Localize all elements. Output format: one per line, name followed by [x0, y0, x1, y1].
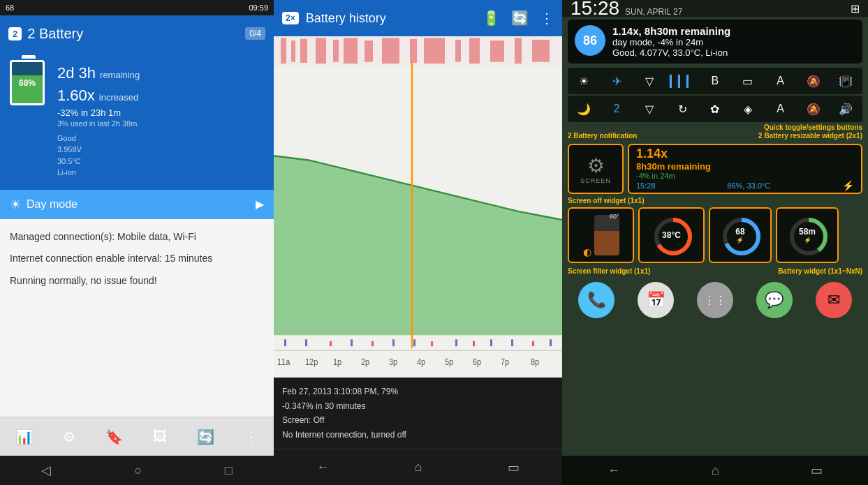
auto-icon[interactable]: A — [770, 71, 792, 91]
svg-rect-7 — [365, 40, 373, 62]
svg-rect-30 — [550, 339, 552, 346]
filter-pct: 60° — [610, 213, 619, 220]
p2-refresh-icon[interactable]: 🔄 — [511, 10, 529, 27]
sync-icon[interactable]: ↻ — [671, 99, 693, 119]
battery-2x1-widget[interactable]: 1.14x 8h30m remaining -4% in 24m 15:28 8… — [628, 144, 862, 194]
toggle-row-1: ☀ ✈ ▽ ▎▎▎ B ▭ A 🔕 📳 — [568, 68, 862, 94]
p3-label-row2: 2 Battery notification 2 Battery resizab… — [568, 132, 862, 140]
w2x1-multiplier: 1.14x — [636, 147, 854, 161]
phone-filter-visual: ◐ 60° — [583, 213, 619, 258]
p3-status-icons: ⊞ — [851, 2, 860, 15]
p2-overflow-icon[interactable]: ⋮ — [540, 10, 554, 27]
time-remaining-widget[interactable]: 58m ⚡ — [776, 207, 839, 263]
svg-rect-8 — [382, 38, 399, 64]
bt2-icon[interactable]: ✿ — [704, 99, 726, 119]
phone-app-icon[interactable]: 📞 — [578, 282, 615, 318]
screen-label: SCREEN — [580, 177, 611, 184]
svg-text:12p: 12p — [305, 357, 318, 367]
svg-rect-5 — [333, 40, 339, 62]
mute2-icon[interactable]: 🔕 — [802, 99, 825, 119]
phone-icon: 📞 — [587, 291, 606, 309]
screen-off-widget[interactable]: ⚙ SCREEN — [568, 144, 624, 194]
screen-filter-icon[interactable]: 🌙 — [573, 99, 595, 119]
p2-chart-area: 11a 12p 1p 2p 3p 4p 5p 6p 7p 8p — [274, 36, 562, 378]
vibrate-icon[interactable]: 📳 — [834, 71, 857, 91]
grid-icon: ⊞ — [851, 2, 860, 15]
p3-widget-labels-row1: Screen off widget (1x1) — [568, 197, 862, 204]
p2-home-button[interactable]: ⌂ — [415, 460, 422, 475]
p3-recents-button[interactable]: ▭ — [811, 463, 823, 478]
screen-gear-icon: ⚙ — [587, 154, 605, 177]
wifi-icon[interactable]: ▽ — [638, 71, 661, 91]
temp-widget[interactable]: 38°C — [638, 207, 705, 263]
volume-icon[interactable]: 🔊 — [834, 99, 857, 119]
p2-back-button[interactable]: ← — [316, 460, 329, 475]
bluetooth-icon[interactable]: B — [704, 71, 726, 91]
svg-text:2p: 2p — [361, 357, 369, 367]
p3-back-button[interactable]: ← — [608, 463, 620, 478]
battery2-icon[interactable]: 2 — [605, 99, 628, 119]
p2-info-line2: -0.347% in 30 minutes — [282, 399, 554, 413]
battery-percentage: 68% — [19, 78, 36, 88]
svg-rect-15 — [532, 40, 550, 62]
filter-widget-label: Screen filter widget (1x1) — [568, 267, 707, 275]
p1-battery-section: 68% 2d 3h remaining 1.60x increased -32%… — [0, 52, 274, 190]
mute-icon[interactable]: 🔕 — [802, 71, 825, 91]
p3-notif-text: 1.14x, 8h30m remaining day mode, -4% in … — [612, 25, 730, 58]
p3-home-button[interactable]: ⌂ — [712, 463, 719, 478]
svg-text:8p: 8p — [531, 357, 539, 367]
phone-icon[interactable]: ▭ — [737, 71, 759, 91]
p3-notif-line2: Good, 4.077V, 33.0°C, Li-ion — [612, 47, 730, 58]
svg-rect-24 — [431, 341, 433, 346]
p2-toolbar: 2× Battery history 🔋 🔄 ⋮ — [274, 0, 562, 36]
p3-notif-title: 1.14x, 8h30m remaining — [612, 25, 730, 37]
toggle-row-2: 🌙 2 ▽ ↻ ✿ ◈ A 🔕 🔊 — [568, 96, 862, 122]
svg-rect-9 — [410, 39, 417, 63]
p2-toolbar-title: 2× Battery history — [282, 11, 386, 26]
p3-time-wrap: 15:28 SUN, APRIL 27 — [571, 0, 682, 20]
screen-filter-widget[interactable]: ◐ 60° — [568, 207, 634, 263]
time-rem-value: 58m ⚡ — [799, 227, 816, 244]
settings-icon[interactable]: ⚙ — [63, 428, 75, 445]
battery-pct-widget[interactable]: 68 ⚡ — [709, 207, 772, 263]
calendar-app-icon[interactable]: 📅 — [638, 282, 674, 318]
refresh-icon[interactable]: 🔄 — [197, 428, 214, 445]
chat-icon: 💬 — [765, 291, 784, 309]
image-icon[interactable]: 🖼 — [153, 428, 167, 445]
chart-icon[interactable]: 📊 — [15, 428, 33, 445]
bookmark-icon[interactable]: 🔖 — [105, 428, 123, 445]
back-button[interactable]: ◁ — [41, 463, 51, 478]
p1-daymode-bar[interactable]: ☀ Day mode ▶ — [0, 190, 274, 219]
auto2-icon[interactable]: A — [770, 99, 792, 119]
hangouts-app-icon[interactable]: 💬 — [756, 282, 793, 318]
widget-2x1-label: 2 Battery resizable widget (2x1) — [758, 132, 862, 140]
p1-content-line3: Running normally, no issue found! — [10, 273, 264, 290]
airplane-icon[interactable]: ✈ — [605, 71, 628, 91]
recents-button[interactable]: □ — [225, 463, 233, 478]
multiplier: 1.60x — [57, 87, 95, 105]
multiplier-row: 1.60x increased — [57, 87, 264, 105]
brightness-icon[interactable]: ☀ — [573, 71, 595, 91]
overflow-icon[interactable]: ⋮ — [244, 428, 258, 445]
wifi2-icon[interactable]: ▽ — [638, 99, 661, 119]
p3-date: SUN, APRIL 27 — [625, 7, 682, 17]
svg-rect-3 — [300, 39, 307, 63]
p2-info: Feb 27, 2013 3:10:08 PM, 79% -0.347% in … — [274, 378, 562, 449]
p2-battery-icon[interactable]: 🔋 — [483, 10, 500, 27]
svg-rect-29 — [532, 341, 534, 346]
svg-rect-14 — [515, 38, 522, 64]
p2-recents-button[interactable]: ▭ — [508, 460, 520, 475]
gmail-app-icon[interactable]: ✉ — [816, 282, 852, 318]
battery-details: Good 3.958V 30.5°C Li-ion — [57, 133, 264, 179]
nfc-icon[interactable]: ◈ — [737, 99, 759, 119]
quick-toggle-label: Quick toggle/settings buttons — [764, 124, 862, 131]
home-button[interactable]: ○ — [134, 463, 142, 478]
time-donut: 58m ⚡ — [786, 214, 828, 256]
mail-icon: ✉ — [827, 291, 840, 309]
svg-marker-16 — [274, 66, 562, 335]
apps-drawer-icon[interactable]: ⋮⋮ — [697, 282, 733, 318]
battery-body: 68% — [10, 60, 45, 105]
svg-rect-21 — [372, 341, 374, 346]
svg-rect-26 — [473, 341, 475, 346]
signal-icon[interactable]: ▎▎▎ — [671, 71, 693, 91]
